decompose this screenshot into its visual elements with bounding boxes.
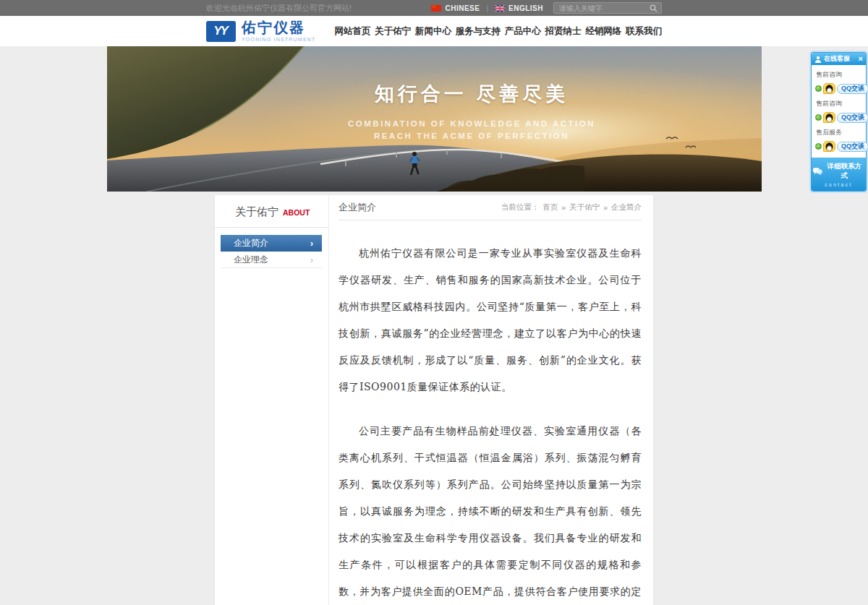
lang-divider: | xyxy=(486,4,488,12)
site-logo[interactable]: YY 佑宁仪器 YOONING INSTRUMENT xyxy=(206,20,316,42)
breadcrumb-prefix: 当前位置： xyxy=(501,202,540,213)
paragraph: 杭州佑宁仪器有限公司是一家专业从事实验室仪器及生命科学仪器研发、生产、销售和服务… xyxy=(339,240,642,400)
online-service-header: 在线客服 × xyxy=(812,53,866,65)
banner-subtitle-line1: COMBINATION OF KNOWLEDGE AND ACTION xyxy=(291,118,652,130)
online-status-icon xyxy=(815,143,822,150)
contact-detail-label: 详细联系方式 xyxy=(825,162,864,181)
nav-item-contact[interactable]: 联系我们 xyxy=(626,25,662,38)
page-title: 企业简介 xyxy=(339,201,376,214)
breadcrumb-home[interactable]: 首页 xyxy=(542,202,558,213)
main-nav: 网站首页 关于佑宁 新闻中心 服务与支持 产品中心 招贤纳士 经销网络 联系我们 xyxy=(335,25,663,38)
sidebar-header: 关于佑宁 ABOUT xyxy=(215,195,328,228)
content-header: 企业简介 当前位置： 首页 » 关于佑宁 » 企业简介 xyxy=(339,195,642,220)
nav-item-jobs[interactable]: 招贤纳士 xyxy=(545,25,582,38)
close-icon[interactable]: × xyxy=(859,55,863,63)
logo-title: 佑宁仪器 xyxy=(242,20,316,35)
banner-strip: 知行合一 尽善尽美 COMBINATION OF KNOWLEDGE AND A… xyxy=(0,46,868,192)
sidebar-item-company-profile[interactable]: 企业简介 › xyxy=(221,235,322,252)
online-status-icon xyxy=(815,114,822,121)
site-header: YY 佑宁仪器 YOONING INSTRUMENT 网站首页 关于佑宁 新闻中… xyxy=(0,16,868,46)
banner-subtitle-line2: REACH THE ACME OF PERFECTION xyxy=(291,130,652,142)
chevron-right-icon: › xyxy=(310,255,313,265)
main-area: 关于佑宁 ABOUT 企业简介 › 企业理念 › 企业简介 当前位置： 首页 xyxy=(0,192,868,605)
nav-item-news[interactable]: 新闻中心 xyxy=(415,25,451,38)
breadcrumb-current: 企业简介 xyxy=(611,202,642,213)
search-input[interactable] xyxy=(559,4,650,12)
paragraph: 公司主要产品有生物样品前处理仪器、实验室通用仪器（各类离心机系列、干式恒温器（恒… xyxy=(339,418,642,605)
hero-banner: 知行合一 尽善尽美 COMBINATION OF KNOWLEDGE AND A… xyxy=(107,46,762,192)
chat-bubbles-icon xyxy=(813,168,822,176)
contact-detail-sublabel: contact xyxy=(813,182,864,187)
uk-flag-icon xyxy=(495,5,505,12)
nav-item-network[interactable]: 经销网络 xyxy=(585,25,621,38)
qq-chat-button[interactable]: QQ交谈 xyxy=(837,84,868,94)
sidebar-menu: 企业简介 › 企业理念 › xyxy=(221,235,322,268)
breadcrumb: 当前位置： 首页 » 关于佑宁 » 企业简介 xyxy=(501,202,642,213)
content-panel: 关于佑宁 ABOUT 企业简介 › 企业理念 › 企业简介 当前位置： 首页 xyxy=(215,195,653,605)
person-icon xyxy=(814,56,822,63)
qq-penguin-icon xyxy=(823,83,835,94)
welcome-text: 欢迎光临杭州佑宁仪器有限公司官方网站! xyxy=(206,3,352,14)
article-body: 杭州佑宁仪器有限公司是一家专业从事实验室仪器及生命科学仪器研发、生产、销售和服务… xyxy=(339,240,642,605)
breadcrumb-section[interactable]: 关于佑宁 xyxy=(569,202,600,213)
logo-mark-icon: YY xyxy=(206,21,236,42)
contact-detail-button[interactable]: 详细联系方式 contact xyxy=(812,158,866,191)
breadcrumb-separator: » xyxy=(603,203,608,212)
sidebar-title-en: ABOUT xyxy=(283,208,310,217)
breadcrumb-separator: » xyxy=(561,203,566,212)
qq-group-label: 售前咨询 xyxy=(816,70,863,80)
logo-subtitle: YOONING INSTRUMENT xyxy=(242,37,316,42)
search-icon[interactable] xyxy=(650,4,658,12)
nav-item-service[interactable]: 服务与支持 xyxy=(456,25,501,38)
qq-penguin-icon xyxy=(823,141,835,152)
sidebar: 关于佑宁 ABOUT 企业简介 › 企业理念 › xyxy=(215,195,329,605)
online-service-title: 在线客服 xyxy=(824,54,859,64)
qq-row: QQ交谈 xyxy=(815,112,863,123)
online-status-icon xyxy=(815,85,822,92)
sidebar-item-company-philosophy[interactable]: 企业理念 › xyxy=(221,252,322,268)
top-bar: 欢迎光临杭州佑宁仪器有限公司官方网站! CHINESE | ENGLISH xyxy=(0,0,868,16)
qq-chat-button[interactable]: QQ交谈 xyxy=(837,113,868,123)
qq-penguin-icon xyxy=(823,112,835,123)
search-box xyxy=(553,2,662,14)
qq-row: QQ交谈 xyxy=(815,83,863,94)
qq-chat-button[interactable]: QQ交谈 xyxy=(837,142,868,152)
nav-item-products[interactable]: 产品中心 xyxy=(505,25,541,38)
qq-group-label: 售后服务 xyxy=(816,128,863,137)
nav-item-home[interactable]: 网站首页 xyxy=(335,25,371,38)
content-area: 企业简介 当前位置： 首页 » 关于佑宁 » 企业简介 杭州佑宁仪器有限公司是一… xyxy=(329,195,653,605)
lang-english-link[interactable]: ENGLISH xyxy=(495,4,543,12)
qq-group-label: 售前咨询 xyxy=(816,99,863,108)
qq-row: QQ交谈 xyxy=(815,141,863,152)
banner-text: 知行合一 尽善尽美 COMBINATION OF KNOWLEDGE AND A… xyxy=(291,81,652,142)
online-service-panel: 在线客服 × 售前咨询 QQ交谈 售前咨询 QQ交谈 售后服务 QQ交谈 详细联… xyxy=(811,52,867,192)
china-flag-icon xyxy=(431,5,441,12)
chevron-right-icon: › xyxy=(310,239,313,248)
lang-chinese-link[interactable]: CHINESE xyxy=(431,4,480,12)
nav-item-about[interactable]: 关于佑宁 xyxy=(375,25,411,38)
sidebar-title: 关于佑宁 xyxy=(235,205,278,219)
banner-slogan: 知行合一 尽善尽美 xyxy=(291,81,652,107)
